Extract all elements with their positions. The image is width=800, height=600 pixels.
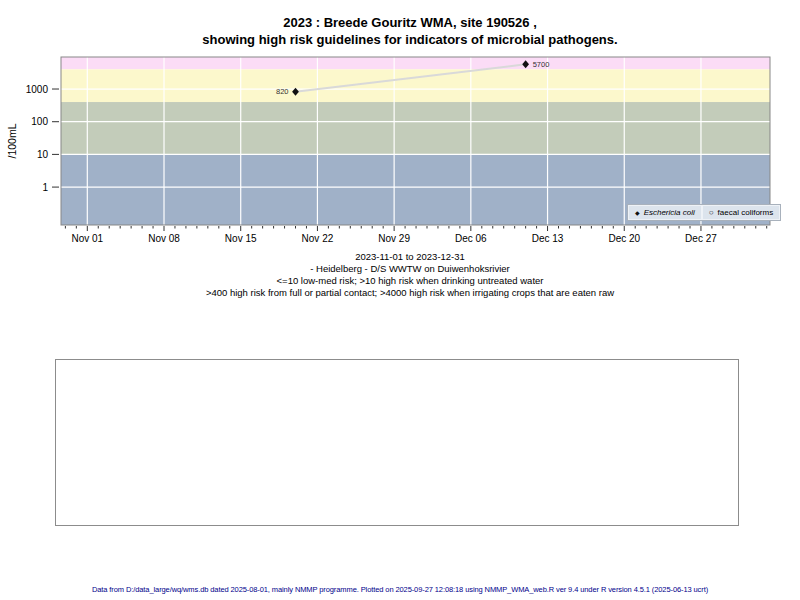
empty-placeholder-panel	[55, 359, 739, 526]
y-axis-title: /100mL	[6, 123, 18, 158]
caption-risk-guideline-1: <=10 low-med risk; >10 high risk when dr…	[20, 275, 800, 287]
risk-band-contact-risk	[61, 69, 770, 102]
filled-diamond-icon: ◆	[635, 210, 640, 216]
x-tick-label: Nov 22	[302, 233, 334, 244]
x-tick-label: Dec 06	[455, 233, 487, 244]
risk-band-irrigation-raw-crops-risk	[61, 57, 770, 69]
y-tick-label: 100	[31, 116, 48, 127]
legend-item-faecal-coliforms: ○faecal coliforms	[702, 205, 780, 220]
x-tick-label: Dec 20	[608, 233, 640, 244]
y-tick-label: 10	[37, 149, 49, 160]
x-tick-label: Nov 08	[148, 233, 180, 244]
x-tick-label: Dec 27	[685, 233, 717, 244]
footer-provenance-text: Data from D:/data_large/wq/wms.db dated …	[0, 585, 800, 594]
legend-item-eschericia-coli: ◆Eschericia coli	[628, 205, 702, 220]
x-tick-label: Nov 15	[225, 233, 257, 244]
y-tick-label: 1000	[26, 84, 49, 95]
caption-risk-guideline-2: >400 high risk from full or partial cont…	[20, 287, 800, 299]
y-tick-label: 1	[42, 182, 48, 193]
risk-band-drinking-risk	[61, 102, 770, 154]
data-point-label: 820	[276, 87, 289, 96]
caption-date-range: 2023-11-01 to 2023-12-31	[20, 251, 800, 263]
open-circle-icon: ○	[709, 209, 714, 217]
legend-label: Eschericia coli	[644, 208, 695, 217]
legend-label: faecal coliforms	[718, 208, 774, 217]
chart-caption: 2023-11-01 to 2023-12-31 - Heidelberg - …	[20, 251, 800, 299]
x-tick-label: Dec 13	[532, 233, 564, 244]
data-point-label: 5700	[533, 60, 550, 69]
x-tick-label: Nov 29	[378, 233, 410, 244]
chart-legend: ◆Eschericia coli○faecal coliforms	[627, 204, 781, 221]
figure-page: 2023 : Breede Gouritz WMA, site 190526 ,…	[0, 0, 800, 600]
caption-site-description: - Heidelberg - D/S WWTW on Duiwenhoksriv…	[20, 263, 800, 275]
x-tick-label: Nov 01	[71, 233, 103, 244]
